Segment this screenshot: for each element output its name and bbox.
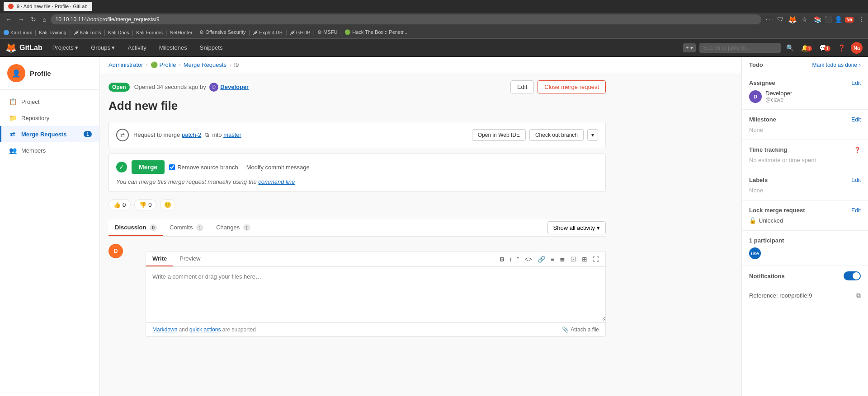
bookmark-kali-docs[interactable]: Kali Docs <box>108 30 129 35</box>
modify-commit-button[interactable]: Modify commit message <box>243 164 313 171</box>
table-button[interactable]: ⊞ <box>580 254 589 265</box>
branch-dropdown-button[interactable]: ▾ <box>587 129 598 141</box>
fullscreen-button[interactable]: ⛶ <box>591 254 601 265</box>
tab-commits[interactable]: Commits 1 <box>163 219 210 236</box>
back-button[interactable]: ← <box>4 15 14 24</box>
tab-discussion[interactable]: Discussion 0 <box>108 219 163 236</box>
merge-button[interactable]: Merge <box>132 160 165 174</box>
link-button[interactable]: 🔗 <box>536 254 547 265</box>
source-branch-link[interactable]: patch-2 <box>182 131 201 138</box>
thumbs-up-button[interactable]: 👍 0 <box>108 199 131 210</box>
nav-projects[interactable]: Projects ▾ <box>50 42 81 53</box>
lock-edit-button[interactable]: Edit <box>851 207 861 214</box>
nav-search-icon[interactable]: 🔍 <box>784 42 796 53</box>
sidebar-item-repository[interactable]: 📁 Repository <box>0 110 99 126</box>
show-activity-button[interactable]: Show all activity ▾ <box>547 221 606 234</box>
sidebar-profile: 👤 Profile <box>0 57 99 90</box>
bookmark-kali-tools[interactable]: 🌶 Kali Tools <box>74 30 101 35</box>
edit-mr-button[interactable]: Edit <box>510 80 534 93</box>
add-reaction-button[interactable]: 🙂 <box>160 199 175 210</box>
tab-changes[interactable]: Changes 1 <box>210 219 257 236</box>
milestone-edit-button[interactable]: Edit <box>851 116 861 123</box>
active-tab[interactable]: !9 · Add new file · Profile · GitLab <box>4 2 92 11</box>
task-list-button[interactable]: ☑ <box>569 254 578 265</box>
breadcrumb-profile[interactable]: 🟢 Profile <box>151 61 176 68</box>
bookmark-msfu[interactable]: ⚙ MSFU <box>317 29 337 35</box>
open-webide-button[interactable]: Open in Web IDE <box>472 129 526 141</box>
mr-author-link[interactable]: Developer <box>220 84 249 90</box>
breadcrumb-merge-requests[interactable]: Merge Requests <box>184 61 226 68</box>
reload-button[interactable]: ↻ <box>29 15 38 24</box>
nav-activity[interactable]: Activity <box>125 42 149 53</box>
bookmark-kali-linux[interactable]: Kali Linux <box>4 30 32 35</box>
merge-row: ✓ Merge Remove source branch Modify comm… <box>116 160 598 174</box>
bold-button[interactable]: B <box>498 254 506 265</box>
home-button[interactable]: ⌂ <box>41 15 48 24</box>
mr-meta: Opened 34 seconds ago by D Developer <box>134 83 249 92</box>
bookmark-offensive-security[interactable]: ⚙ Offensive Security <box>199 29 245 35</box>
lock-label: Lock merge request <box>749 207 805 214</box>
nav-help-icon[interactable]: ❓ <box>836 42 847 53</box>
main-content: Administrator › 🟢 Profile › Merge Reques… <box>99 57 741 396</box>
nav-chat-icon[interactable]: 💬1 <box>817 42 832 53</box>
gitlab-fox-icon: 🦊 <box>5 42 17 53</box>
labels-edit-button[interactable]: Edit <box>851 177 861 183</box>
italic-button[interactable]: I <box>508 254 514 265</box>
participants-header: 1 participant <box>749 237 861 244</box>
thumbs-down-button[interactable]: 👎 0 <box>134 199 156 210</box>
markdown-link[interactable]: Markdown <box>152 326 177 333</box>
nav-milestones[interactable]: Milestones <box>156 42 190 53</box>
comment-preview-tab[interactable]: Preview <box>173 252 207 266</box>
target-branch-link[interactable]: master <box>223 131 241 138</box>
comment-write-tab[interactable]: Write <box>146 252 173 266</box>
numbered-list-button[interactable]: ≣ <box>558 254 567 265</box>
forward-button[interactable]: → <box>16 15 26 24</box>
bookmark-hackthebox[interactable]: 🟢 Hack The Box :: Penetr... <box>344 29 407 35</box>
nav-bell-icon[interactable]: 🔔1 <box>799 42 814 53</box>
time-tracking-label: Time tracking <box>749 146 787 153</box>
attach-file-button[interactable]: 📎 Attach a file <box>562 326 599 333</box>
tab-label: !9 · Add new file · Profile · GitLab <box>15 4 88 9</box>
assignee-name: Developer <box>765 90 792 97</box>
nav-snippets[interactable]: Snippets <box>197 42 226 53</box>
nav-groups[interactable]: Groups ▾ <box>88 42 118 53</box>
quick-actions-link[interactable]: quick actions <box>189 326 221 333</box>
bookmark-kali-training[interactable]: Kali Training <box>39 30 66 35</box>
bookmark-nethunter[interactable]: NetHunter <box>170 30 193 35</box>
notifications-toggle[interactable] <box>844 271 861 280</box>
breadcrumb-administrator[interactable]: Administrator <box>108 61 143 68</box>
close-mr-button[interactable]: Close merge request <box>538 80 606 93</box>
time-tracking-section: Time tracking ❓ No estimate or time spen… <box>742 140 868 170</box>
mr-title: Add new file <box>108 99 606 113</box>
remove-source-label[interactable]: Remove source branch <box>169 164 238 171</box>
address-bar[interactable] <box>51 14 761 24</box>
bookmark-ghdb[interactable]: 🌶 GHDB <box>290 30 311 35</box>
into-text: into <box>212 131 224 138</box>
time-tracking-help-icon[interactable]: ❓ <box>854 147 861 153</box>
command-line-link[interactable]: command line <box>258 178 295 185</box>
browser-tabs: !9 · Add new file · Profile · GitLab <box>0 0 868 13</box>
sidebar-item-members[interactable]: 👥 Members <box>0 142 99 158</box>
nav-search-input[interactable] <box>699 43 781 53</box>
copy-reference-button[interactable]: ⧉ <box>856 292 861 299</box>
remove-source-checkbox[interactable] <box>169 164 175 170</box>
bookmark-kali-forums[interactable]: Kali Forums <box>136 30 163 35</box>
sidebar-item-project[interactable]: 📋 Project <box>0 93 99 110</box>
quote-button[interactable]: " <box>515 254 521 265</box>
changes-tab-count: 1 <box>243 224 250 231</box>
sidebar-item-merge-requests[interactable]: ⇄ Merge Requests 1 <box>0 126 99 142</box>
checkout-branch-button[interactable]: Check out branch <box>529 129 584 141</box>
breadcrumb-mr-number: !9 <box>234 61 239 68</box>
gitlab-logo[interactable]: 🦊 GitLab <box>5 42 42 53</box>
nav-plus[interactable]: + ▾ <box>683 43 696 52</box>
code-button[interactable]: <> <box>523 254 533 265</box>
bookmark-exploit-db[interactable]: 🌶 Exploit-DB <box>253 30 283 35</box>
assignee-edit-button[interactable]: Edit <box>851 80 861 86</box>
comment-textarea[interactable] <box>146 267 605 321</box>
copy-branch-icon[interactable]: ⧉ <box>205 131 209 138</box>
bullet-list-button[interactable]: ≡ <box>549 254 556 265</box>
nav-user-avatar[interactable]: Na <box>851 42 863 54</box>
collapse-sidebar-button[interactable]: ≪ Collapse sidebar <box>0 392 99 396</box>
write-tab-label: Write <box>152 255 167 262</box>
mark-todo-done-button[interactable]: Mark todo as done › <box>812 62 861 68</box>
